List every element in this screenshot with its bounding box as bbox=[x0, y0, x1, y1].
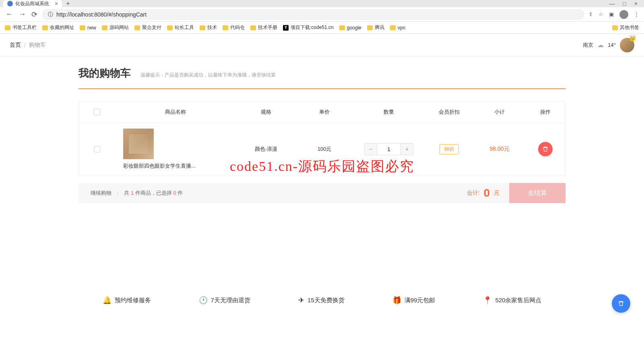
bookmark-item[interactable]: 技术 bbox=[200, 24, 217, 31]
bookmark-item[interactable]: 书签工具栏 bbox=[5, 24, 37, 31]
reload-button[interactable]: ⟳ bbox=[31, 9, 38, 20]
total-unit: 元 bbox=[494, 189, 500, 197]
url-bar: ← → ⟳ ⓘ http://localhost:8080/#/shopping… bbox=[0, 7, 644, 22]
total-amount: 0 bbox=[483, 187, 490, 200]
folder-icon bbox=[367, 25, 373, 30]
forward-button[interactable]: → bbox=[18, 9, 27, 19]
summary-bar: 继续购物 | 共 1 件商品，已选择 0 件 合计: 0 元 去结算 bbox=[78, 183, 566, 203]
qty-input[interactable] bbox=[377, 143, 401, 155]
total-label: 合计: bbox=[467, 189, 480, 197]
close-window-icon[interactable]: × bbox=[634, 0, 638, 7]
window-controls: — □ × bbox=[609, 0, 641, 7]
gift-icon: 🎁 bbox=[392, 296, 401, 305]
bell-icon: 🔔 bbox=[103, 296, 111, 305]
minimize-icon[interactable]: — bbox=[609, 0, 615, 7]
weather-icon: ☁ bbox=[597, 41, 604, 49]
folder-icon bbox=[80, 25, 85, 30]
col-spec: 规格 bbox=[236, 108, 296, 116]
bookmark-item[interactable]: new bbox=[80, 25, 96, 31]
divider: | bbox=[117, 190, 118, 196]
service-item: 📍520余家售后网点 bbox=[483, 296, 541, 305]
col-action: 操作 bbox=[526, 108, 565, 116]
close-tab-icon[interactable]: × bbox=[55, 0, 58, 7]
col-qty: 数量 bbox=[353, 108, 425, 116]
service-item: 🎁满99元包邮 bbox=[392, 296, 436, 305]
subtotal-text: 98.00元 bbox=[489, 145, 509, 152]
bookmark-item[interactable]: 代码仓 bbox=[223, 24, 245, 31]
profile-icon[interactable] bbox=[619, 10, 628, 19]
folder-icon bbox=[339, 25, 345, 30]
tab-title: 化妆品商城系统 bbox=[15, 0, 49, 7]
select-all-checkbox[interactable] bbox=[94, 109, 100, 115]
plane-icon: ✈ bbox=[298, 296, 304, 305]
folder-icon bbox=[42, 25, 48, 30]
folder-icon bbox=[223, 25, 228, 30]
menu-icon[interactable]: ⋮ bbox=[634, 11, 639, 17]
continue-shopping-link[interactable]: 继续购物 bbox=[91, 189, 111, 197]
qty-plus-button[interactable]: + bbox=[401, 143, 413, 155]
cart-table: 商品名称 规格 单价 数量 会员折扣 小计 操作 彩妆眼部四色眼影女学生直播..… bbox=[78, 101, 566, 176]
product-price: 100元 bbox=[296, 145, 353, 153]
bookmark-item[interactable]: Y项目下载:code51.cn bbox=[283, 24, 334, 31]
app-header: 首页 / 购物车 南京 ☁ 14° bbox=[0, 34, 644, 56]
folder-icon bbox=[5, 25, 10, 30]
breadcrumb-current: 购物车 bbox=[29, 42, 46, 49]
bookmark-item[interactable]: 技术手册 bbox=[250, 24, 277, 31]
bookmark-item[interactable]: 腾讯 bbox=[367, 24, 384, 31]
service-item: ✈15天免费换货 bbox=[298, 296, 345, 305]
col-subtotal: 小计 bbox=[473, 108, 526, 116]
breadcrumb-separator: / bbox=[24, 42, 26, 48]
trash-icon bbox=[542, 146, 549, 152]
bookmark-item[interactable]: vpn bbox=[390, 25, 405, 31]
bookmark-item[interactable]: 聚合支付 bbox=[134, 24, 161, 31]
breadcrumb-home[interactable]: 首页 bbox=[10, 42, 21, 49]
temp-label: 14° bbox=[608, 42, 616, 48]
favicon-icon bbox=[7, 1, 13, 6]
product-image[interactable] bbox=[123, 129, 154, 159]
browser-tab[interactable]: 化妆品商城系统 × bbox=[3, 0, 62, 7]
col-name: 商品名称 bbox=[115, 108, 236, 116]
footer-services: 🔔预约维修服务 🕐7天无理由退货 ✈15天免费换货 🎁满99元包邮 📍520余家… bbox=[78, 288, 566, 313]
page-title: 我的购物车 bbox=[78, 66, 131, 80]
item-checkbox[interactable] bbox=[94, 146, 100, 152]
col-discount: 会员折扣 bbox=[425, 108, 473, 116]
product-spec: 颜色-浪漫 bbox=[236, 145, 296, 153]
folder-icon bbox=[167, 25, 173, 30]
url-input[interactable]: ⓘ http://localhost:8080/#/shoppingCart bbox=[42, 9, 584, 20]
product-name[interactable]: 彩妆眼部四色眼影女学生直播... bbox=[123, 162, 196, 170]
folder-icon bbox=[612, 25, 618, 30]
share-icon[interactable]: ⇪ bbox=[588, 11, 593, 17]
bookmark-item[interactable]: 站长工具 bbox=[167, 24, 194, 31]
location-icon: 📍 bbox=[483, 296, 492, 305]
page-title-row: 我的购物车 温馨提示：产品是否购买成功，以最终下单为准哦，请尽快结算 bbox=[78, 56, 566, 89]
bookmark-item[interactable]: google bbox=[339, 25, 361, 31]
url-text: http://localhost:8080/#/shoppingCart bbox=[56, 11, 579, 18]
bookmark-item[interactable]: 源码网站 bbox=[102, 24, 129, 31]
discount-badge: 98折 bbox=[440, 144, 458, 154]
bookmarks-bar: 书签工具栏 收藏的网址 new 源码网站 聚合支付 站长工具 技术 代码仓 技术… bbox=[0, 22, 644, 34]
back-button[interactable]: ← bbox=[5, 9, 14, 19]
cart-item-row: 彩妆眼部四色眼影女学生直播... 颜色-浪漫 100元 − + 98折 98.0… bbox=[78, 123, 566, 176]
extensions-icon[interactable]: ▣ bbox=[609, 11, 614, 17]
tip-text: 温馨提示：产品是否购买成功，以最终下单为准哦，请尽快结算 bbox=[140, 72, 276, 79]
maximize-icon[interactable]: □ bbox=[623, 0, 626, 7]
col-price: 单价 bbox=[296, 108, 353, 116]
count-text: 共 1 件商品，已选择 0 件 bbox=[124, 189, 183, 197]
delete-button[interactable] bbox=[538, 142, 553, 156]
new-tab-button[interactable]: + bbox=[62, 0, 74, 7]
star-icon[interactable]: ☆ bbox=[599, 11, 603, 17]
quantity-stepper: − + bbox=[364, 143, 413, 155]
folder-icon bbox=[200, 25, 205, 30]
y-icon: Y bbox=[283, 25, 289, 31]
floating-trash-button[interactable] bbox=[612, 294, 630, 313]
avatar[interactable] bbox=[620, 38, 634, 52]
breadcrumb: 首页 / 购物车 bbox=[10, 42, 46, 49]
checkout-button[interactable]: 去结算 bbox=[509, 183, 566, 203]
service-item: 🔔预约维修服务 bbox=[103, 296, 151, 305]
service-item: 🕐7天无理由退货 bbox=[199, 296, 250, 305]
other-bookmarks[interactable]: 其他书签 bbox=[612, 24, 639, 31]
clock-icon: 🕐 bbox=[199, 296, 208, 305]
folder-icon bbox=[390, 25, 396, 30]
bookmark-item[interactable]: 收藏的网址 bbox=[42, 24, 74, 31]
qty-minus-button[interactable]: − bbox=[365, 143, 377, 155]
